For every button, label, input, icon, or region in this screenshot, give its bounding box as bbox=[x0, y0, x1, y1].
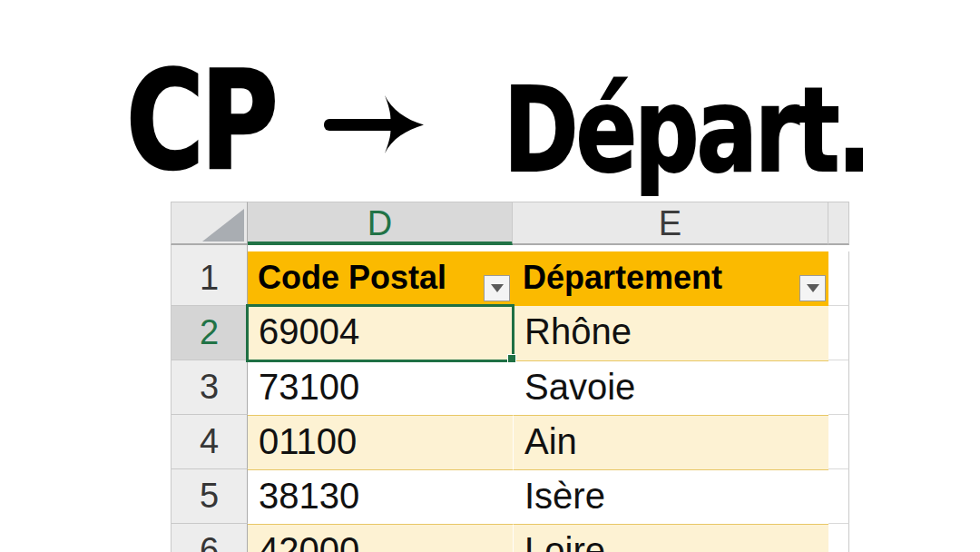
cell-d5[interactable]: 38130 bbox=[248, 469, 513, 524]
cell-f2[interactable] bbox=[828, 306, 849, 360]
spacer bbox=[248, 245, 513, 251]
spacer bbox=[171, 245, 248, 251]
departement-header-label: Département bbox=[523, 259, 722, 296]
active-cell-border[interactable] bbox=[246, 304, 514, 362]
select-all-corner[interactable] bbox=[171, 202, 248, 245]
cell-e1-departement[interactable]: Département bbox=[513, 251, 828, 306]
filter-dropdown-icon bbox=[807, 284, 819, 292]
spacer bbox=[828, 245, 849, 251]
row-header-5[interactable]: 5 bbox=[171, 469, 248, 524]
filter-dropdown-icon bbox=[491, 284, 504, 292]
cell-d6[interactable]: 42000 bbox=[248, 524, 513, 552]
select-all-triangle-icon bbox=[202, 209, 244, 242]
spacer bbox=[513, 245, 828, 251]
cell-f4[interactable] bbox=[828, 415, 849, 469]
cell-f3[interactable] bbox=[828, 360, 849, 415]
filter-button-code-postal[interactable] bbox=[484, 275, 510, 301]
column-header-f-sliver[interactable] bbox=[828, 202, 849, 245]
column-header-d[interactable]: D bbox=[248, 202, 513, 245]
cell-f5[interactable] bbox=[828, 469, 849, 524]
cell-e4[interactable]: Ain bbox=[513, 415, 828, 469]
code-postal-header-label: Code Postal bbox=[258, 259, 446, 296]
row-header-4[interactable]: 4 bbox=[171, 415, 248, 469]
page-title: CP Départ. bbox=[0, 0, 980, 189]
cell-f1[interactable] bbox=[828, 251, 849, 306]
cell-e6[interactable]: Loire bbox=[513, 524, 828, 552]
column-header-e[interactable]: E bbox=[513, 202, 828, 245]
title-cp: CP bbox=[127, 53, 276, 189]
cell-d4[interactable]: 01100 bbox=[248, 415, 513, 469]
right-arrow-icon bbox=[322, 93, 426, 156]
filter-button-departement[interactable] bbox=[799, 275, 826, 301]
page: CP Départ. D E 1 Code Postal Département bbox=[0, 0, 980, 552]
spreadsheet: D E 1 Code Postal Département 2 69004 Rh… bbox=[171, 202, 849, 552]
cell-d3[interactable]: 73100 bbox=[248, 360, 513, 415]
cell-e5[interactable]: Isère bbox=[513, 469, 828, 524]
row-header-6[interactable]: 6 bbox=[171, 524, 248, 552]
row-header-2[interactable]: 2 bbox=[171, 306, 248, 360]
title-depart: Départ. bbox=[503, 73, 867, 189]
cell-d1-code-postal[interactable]: Code Postal bbox=[248, 251, 513, 306]
cell-e3[interactable]: Savoie bbox=[513, 360, 828, 415]
row-header-3[interactable]: 3 bbox=[171, 360, 248, 415]
cell-f6[interactable] bbox=[828, 524, 849, 552]
cell-e2[interactable]: Rhône bbox=[513, 306, 828, 360]
row-header-1[interactable]: 1 bbox=[171, 251, 248, 306]
